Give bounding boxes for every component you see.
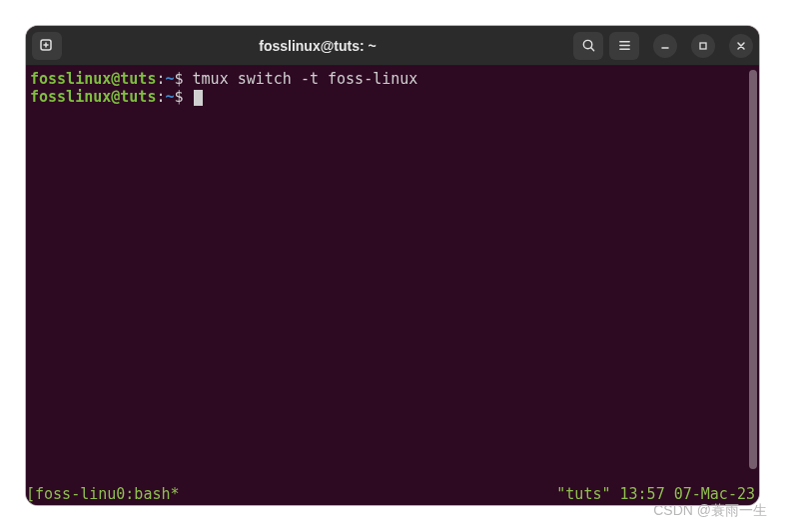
terminal-body[interactable]: fosslinux@tuts:~$ tmux switch -t foss-li… [26,66,759,485]
svg-rect-2 [700,43,706,49]
terminal-line: fosslinux@tuts:~$ [30,88,755,106]
window-title: fosslinux@tuts: ~ [62,38,573,54]
prompt-path: ~ [165,88,174,106]
close-button[interactable] [729,34,753,58]
scrollbar[interactable] [749,70,757,469]
status-right: "tuts" 13:57 07-Mac-23 [556,485,755,503]
command-text: tmux switch -t foss-linux [193,70,418,88]
prompt-user: fosslinux@tuts [30,88,156,106]
terminal-line: fosslinux@tuts:~$ tmux switch -t foss-li… [30,70,755,88]
prompt-user: fosslinux@tuts [30,70,156,88]
search-button[interactable] [573,32,603,60]
minimize-button[interactable] [653,34,677,58]
maximize-button[interactable] [691,34,715,58]
menu-button[interactable] [609,32,639,60]
prompt-path: ~ [165,70,174,88]
watermark: CSDN @蓑雨一生 [653,502,767,520]
new-tab-button[interactable] [32,32,62,60]
status-left: [foss-linu0:bash* [26,485,180,503]
tmux-status-bar: [foss-linu0:bash* "tuts" 13:57 07-Mac-23 [26,485,759,505]
terminal-window: fosslinux@tuts: ~ fosslinux@tuts:~$ tmux… [26,26,759,505]
cursor-icon [194,90,203,106]
prompt-symbol: $ [175,70,184,88]
prompt-symbol: $ [175,88,184,106]
titlebar: fosslinux@tuts: ~ [26,26,759,66]
